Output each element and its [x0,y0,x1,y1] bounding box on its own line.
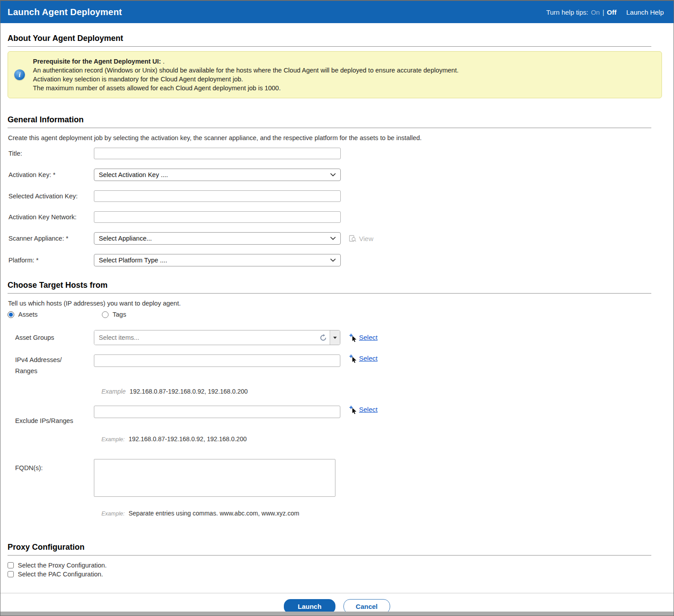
help-tips-divider: | [602,8,604,16]
selected-activation-key-input[interactable] [94,190,341,202]
preview-magnifier-icon [349,235,356,242]
ipv4-label-line2: Ranges [15,366,94,377]
title-row: Title: [8,148,662,159]
proxy-configuration-checkbox-row[interactable]: Select the Proxy Configuration. [8,561,662,570]
target-hosts-heading-text: Choose Target Hosts from [8,281,651,290]
example-value: 192.168.0.87-192.168.0.92, 192.168.0.200 [129,435,246,443]
select-ipv4-link[interactable]: Select [349,354,378,363]
refresh-icon[interactable] [316,330,330,345]
radio-tags[interactable]: Tags [102,311,126,318]
chevron-down-icon [330,237,336,240]
help-tips-off-link[interactable]: Off [607,8,617,16]
proxy-configuration-checkbox[interactable] [8,562,14,568]
launch-help-link[interactable]: Launch Help [626,8,664,16]
scanner-appliance-select-value: Select Appliance... [99,235,152,242]
radio-assets-control[interactable] [8,311,14,318]
info-icon: i [14,69,25,80]
select-asset-groups-link[interactable]: Select [349,334,378,342]
fqdn-example: Example: Separate entries using commas. … [94,510,662,517]
fqdn-label: FQDN(s): [8,459,94,471]
note-title-suffix: . [163,58,165,65]
general-section-heading: General Information [8,115,651,128]
proxy-configuration-label: Select the Proxy Configuration. [18,561,107,570]
target-hosts-section-heading: Choose Target Hosts from [8,281,651,294]
note-line: An authentication record (Windows or Uni… [33,66,459,75]
fqdn-textarea[interactable] [94,459,335,497]
select-asset-groups-text[interactable]: Select [359,334,378,341]
ipv4-addresses-input[interactable] [94,354,340,367]
prerequisite-note: i Prerequisite for the Agent Deployment … [8,51,662,98]
title-bar: Launch Agent Deployment Turn help tips: … [0,1,674,23]
page-title: Launch Agent Deployment [8,7,122,17]
scanner-appliance-row: Scanner Appliance: * Select Appliance...… [8,232,662,245]
exclude-ips-label: Exclude IPs/Ranges [8,406,94,424]
pac-configuration-checkbox[interactable] [8,571,14,577]
select-ipv4-text[interactable]: Select [359,354,378,362]
example-label: Example [101,388,125,395]
note-line: The maximum number of assets allowed for… [33,84,459,93]
pac-configuration-label: Select the PAC Configuration. [18,570,103,579]
radio-assets[interactable]: Assets [8,311,102,318]
example-value: Separate entries using commas. www.abc.c… [129,510,299,517]
agent-deployment-window: Launch Agent Deployment Turn help tips: … [0,0,674,616]
platform-row: Platform: * Select Platform Type .... [8,254,662,266]
general-heading-text: General Information [8,115,651,125]
example-label: Example: [101,511,125,517]
asset-groups-combobox[interactable] [94,330,340,345]
example-label: Example: [101,436,125,443]
radio-assets-label: Assets [18,311,38,318]
proxy-options: Select the Proxy Configuration. Select t… [8,561,662,579]
help-tips-label: Turn help tips: [546,8,589,16]
view-appliance-link[interactable]: View [349,235,373,242]
selected-activation-key-label: Selected Activation Key: [8,193,94,200]
about-section-heading: About Your Agent Deployment [8,34,651,47]
platform-label: Platform: * [8,257,94,264]
help-tips-on-link[interactable]: On [591,8,600,16]
scanner-appliance-label: Scanner Appliance: * [8,235,94,242]
platform-select-value: Select Platform Type .... [99,257,167,264]
window-bottom-edge [0,612,674,616]
prerequisite-note-text: Prerequisite for the Agent Deployment UI… [33,57,459,93]
asset-groups-input[interactable] [94,330,316,345]
platform-select[interactable]: Select Platform Type .... [94,254,341,266]
view-label: View [359,235,373,242]
radio-tags-label: Tags [113,311,126,318]
asset-groups-row: Asset Groups Select [8,330,662,345]
cursor-plus-icon [349,334,357,342]
chevron-down-icon [330,173,336,177]
asset-groups-label: Asset Groups [8,334,94,341]
pac-configuration-checkbox-row[interactable]: Select the PAC Configuration. [8,570,662,579]
note-line: Activation key selection is mandatory fo… [33,75,459,84]
title-input[interactable] [94,148,341,159]
activation-key-network-label: Activation Key Network: [8,213,94,221]
activation-key-select[interactable]: Select Activation Key .... [94,169,341,181]
title-label: Title: [8,150,94,157]
exclude-example: Example: 192.168.0.87-192.168.0.92, 192.… [94,435,662,443]
select-exclude-link[interactable]: Select [349,406,378,414]
activation-key-label: Activation Key: * [8,171,94,178]
proxy-section-heading: Proxy Configuration [8,543,651,556]
activation-key-network-row: Activation Key Network: [8,211,662,223]
cursor-plus-icon [349,354,357,363]
selected-activation-key-row: Selected Activation Key: [8,190,662,202]
ipv4-example: Example 192.168.0.87-192.168.0.92, 192.1… [94,388,662,395]
chevron-down-icon [330,258,336,262]
select-exclude-text[interactable]: Select [359,406,378,413]
host-source-radio-group: Assets Tags [8,311,662,318]
radio-tags-control[interactable] [102,311,109,318]
ipv4-addresses-label: IPv4 Addresses/ Ranges [8,354,94,377]
fqdn-row: FQDN(s): [8,459,662,497]
help-controls: Turn help tips: On | Off Launch Help [546,8,664,16]
exclude-ips-row: Exclude IPs/Ranges Select [8,406,662,424]
dropdown-triangle-icon [333,337,337,339]
cursor-plus-icon [349,406,357,414]
asset-groups-dropdown-button[interactable] [330,330,340,345]
note-title: Prerequisite for the Agent Deployment UI… [33,58,161,65]
proxy-heading-text: Proxy Configuration [8,543,651,552]
activation-key-network-input[interactable] [94,211,341,223]
exclude-ips-input[interactable] [94,406,340,418]
ipv4-label-line1: IPv4 Addresses/ [15,354,94,366]
general-description: Create this agent deployment job by sele… [8,134,662,141]
scanner-appliance-select[interactable]: Select Appliance... [94,232,341,245]
activation-key-select-value: Select Activation Key .... [99,171,168,178]
